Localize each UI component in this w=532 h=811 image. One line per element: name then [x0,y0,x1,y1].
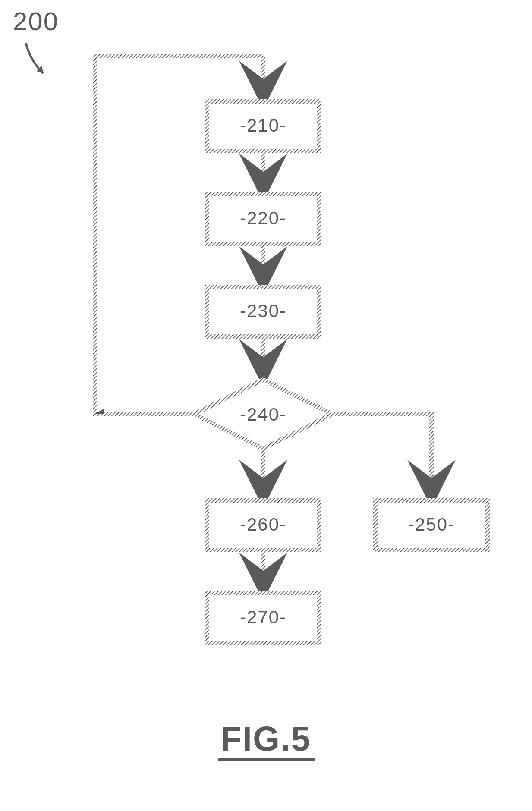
reference-arrow-icon [26,43,43,73]
figure-caption: FIG.5 [220,720,311,758]
node-210-label: -210- [240,115,286,135]
node-220-label: -220- [240,208,286,228]
node-260-label: -260- [240,514,286,534]
node-250-label: -250- [408,514,455,534]
node-270-label: -270- [240,607,286,627]
flowchart-figure: 200 -210- -220- -230- -240- -260- -250- … [0,0,532,811]
node-230-label: -230- [240,301,286,321]
node-240-label: -240- [240,404,286,424]
figure-reference-number: 200 [13,7,59,36]
edge-240-250 [332,414,431,496]
